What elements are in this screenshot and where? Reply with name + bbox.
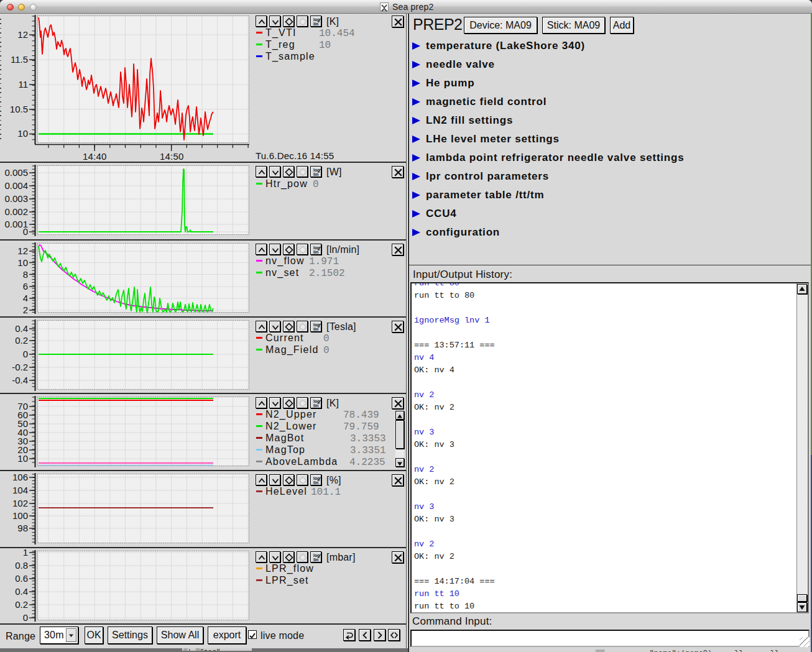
svg-text:lin: lin — [313, 172, 318, 177]
svg-text:lin: lin — [313, 22, 318, 26]
svg-text:lin: lin — [313, 480, 318, 485]
svg-text:lin: lin — [313, 558, 318, 562]
svg-text:lin: lin — [313, 327, 318, 331]
svg-text:lin: lin — [313, 403, 318, 408]
svg-text:lin: lin — [313, 250, 318, 254]
